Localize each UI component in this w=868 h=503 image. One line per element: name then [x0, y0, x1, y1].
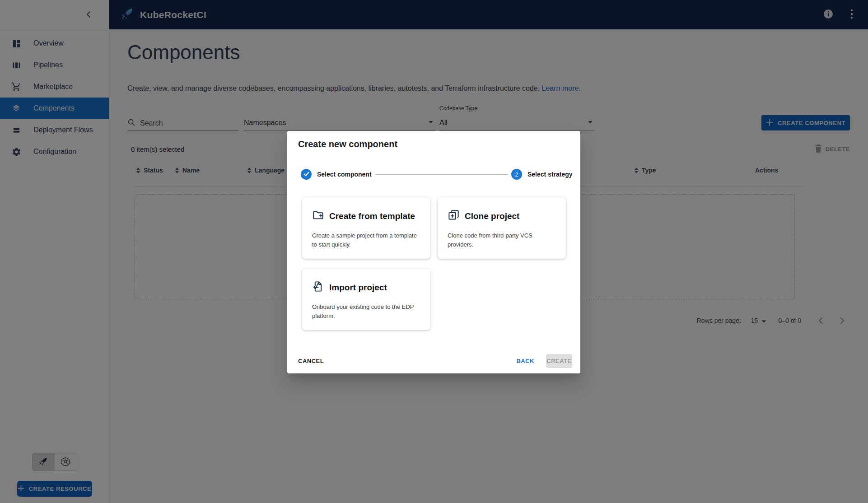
copy-plus-icon: [448, 209, 460, 223]
check-icon: [303, 171, 309, 178]
option-clone-project[interactable]: Clone project Clone code from third-part…: [438, 197, 566, 259]
dialog-title: Create new component: [298, 139, 397, 149]
dialog-actions: CANCEL BACK CREATE: [287, 353, 580, 369]
step-label: Select component: [317, 171, 372, 178]
create-button[interactable]: CREATE: [546, 354, 572, 368]
cancel-button[interactable]: CANCEL: [294, 354, 327, 368]
option-description: Onboard your existing code to the EDP pl…: [312, 303, 419, 321]
option-title: Import project: [329, 283, 387, 293]
step-completed-circle: [301, 169, 312, 180]
app-screen: Overview Pipelines Marketplace Component…: [0, 0, 868, 503]
file-import-icon: [312, 280, 324, 294]
strategy-options: Create from template Create a sample pro…: [302, 197, 566, 330]
option-description: Clone code from third-party VCS provider…: [448, 231, 554, 249]
option-title: Clone project: [465, 211, 519, 221]
back-button[interactable]: BACK: [513, 354, 538, 368]
option-import-project[interactable]: Import project Onboard your existing cod…: [302, 269, 430, 330]
step-active-circle: 2: [511, 169, 522, 180]
folder-plus-icon: [312, 209, 324, 223]
stepper-connector: [375, 174, 508, 175]
step-label: Select strategy: [527, 171, 573, 178]
stepper: Select component 2 Select strategy: [287, 168, 580, 181]
option-title: Create from template: [329, 211, 415, 221]
create-component-dialog: Create new component Select component 2 …: [287, 131, 580, 373]
option-description: Create a sample project from a template …: [312, 231, 419, 249]
option-create-from-template[interactable]: Create from template Create a sample pro…: [302, 197, 430, 259]
